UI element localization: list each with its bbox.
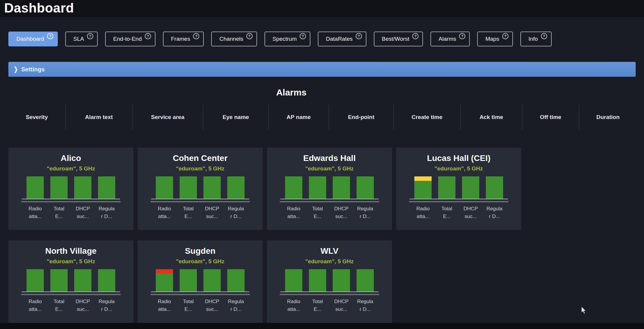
help-icon[interactable]: ?	[300, 33, 306, 39]
kpi-bar-radio[interactable]	[285, 176, 302, 199]
service-area-card-lucas-hall-cei[interactable]: Lucas Hall (CEI)"eduroam", 5 GHzRadioatt…	[396, 148, 521, 230]
help-icon[interactable]: ?	[246, 33, 253, 39]
kpi-bar-radio[interactable]	[156, 269, 173, 292]
kpi-bar-label: Radioatta...	[285, 298, 302, 313]
service-area-card-north-village[interactable]: North Village"eduroam", 5 GHzRadioatta..…	[8, 240, 133, 323]
kpi-label-line1: DHCP	[76, 298, 90, 306]
kpi-bar-regula[interactable]	[486, 176, 503, 199]
kpi-bar-total[interactable]	[50, 269, 68, 292]
settings-expander[interactable]: ❯ Settings	[8, 62, 636, 77]
kpi-bar-total[interactable]	[438, 176, 455, 199]
kpi-bar-label: TotalE...	[180, 205, 197, 220]
service-area-card-wlv[interactable]: WLV"eduroam", 5 GHzRadioatta...TotalE...…	[267, 240, 392, 323]
bar-ok-segment	[414, 181, 432, 199]
tab-maps[interactable]: Maps?	[477, 32, 513, 46]
tab-label: Channels	[219, 36, 243, 42]
kpi-label-line1: DHCP	[463, 205, 478, 213]
kpi-bar-labels: Radioatta...TotalE...DHCPsuc...Regular D…	[8, 205, 133, 220]
help-icon[interactable]: ?	[412, 33, 419, 39]
kpi-bar-label: TotalE...	[50, 205, 68, 220]
kpi-bar-radio[interactable]	[156, 176, 173, 199]
bar-alert-segment	[414, 176, 432, 181]
kpi-label-line1: Radio	[287, 205, 300, 213]
service-area-card-cohen-center[interactable]: Cohen Center"eduroam", 5 GHzRadioatta...…	[138, 148, 263, 230]
help-icon[interactable]: ?	[145, 33, 151, 39]
kpi-bar-dhcp[interactable]	[333, 269, 350, 292]
kpi-bar-radio[interactable]	[285, 269, 302, 292]
kpi-label-line2: suc...	[335, 213, 348, 220]
tab-spectrum[interactable]: Spectrum?	[265, 32, 310, 46]
kpi-bar-regula[interactable]	[98, 176, 115, 199]
kpi-bar-regula[interactable]	[227, 269, 245, 292]
kpi-bar-total[interactable]	[180, 269, 197, 292]
kpi-bar-total[interactable]	[309, 269, 326, 292]
help-icon[interactable]: ?	[356, 33, 362, 39]
chart-axis-line	[280, 292, 379, 292]
kpi-bar-dhcp[interactable]	[203, 269, 221, 292]
kpi-label-line1: Total	[441, 205, 452, 213]
kpi-bar-regula[interactable]	[357, 176, 374, 199]
kpi-label-line1: Radio	[158, 205, 171, 213]
help-icon[interactable]: ?	[87, 33, 93, 39]
kpi-label-line2: E...	[184, 306, 192, 313]
tab-info[interactable]: Info?	[520, 32, 552, 46]
service-area-card-edwards-hall[interactable]: Edwards Hall"eduroam", 5 GHzRadioatta...…	[267, 148, 392, 230]
kpi-label-line2: E...	[184, 213, 192, 220]
kpi-bar-label: Radioatta...	[156, 298, 173, 313]
tab-frames[interactable]: Frames?	[163, 32, 204, 46]
kpi-bar-label: TotalE...	[50, 298, 68, 313]
bar-ok-segment	[227, 176, 245, 199]
kpi-bar-dhcp[interactable]	[74, 176, 91, 199]
tab-alarms[interactable]: Alarms?	[430, 32, 470, 46]
tab-channels[interactable]: Channels?	[211, 32, 257, 46]
card-subtitle: "eduroam", 5 GHz	[267, 258, 392, 265]
help-icon[interactable]: ?	[47, 33, 53, 39]
help-icon[interactable]: ?	[541, 33, 547, 39]
kpi-bar-total[interactable]	[50, 176, 68, 199]
kpi-bar-label: Regular D...	[486, 205, 503, 220]
kpi-bar-label: DHCPsuc...	[74, 298, 91, 313]
kpi-bar-total[interactable]	[180, 176, 197, 199]
tab-datarates[interactable]: DataRates?	[318, 32, 366, 46]
alarms-table-header: SeverityAlarm textService areaEye nameAP…	[8, 105, 637, 130]
kpi-bar-regula[interactable]	[357, 269, 374, 292]
kpi-bar-regula[interactable]	[227, 176, 245, 199]
kpi-bar-dhcp[interactable]	[462, 176, 479, 199]
help-icon[interactable]: ?	[459, 33, 465, 39]
bar-ok-segment	[357, 269, 374, 292]
card-title: Alico	[8, 153, 133, 163]
kpi-bar-regula[interactable]	[98, 269, 115, 292]
tab-sla[interactable]: SLA?	[65, 32, 98, 46]
kpi-bar-dhcp[interactable]	[203, 176, 221, 199]
card-title: North Village	[8, 246, 133, 256]
tab-best-worst[interactable]: Best/Worst?	[374, 32, 423, 46]
help-icon[interactable]: ?	[193, 33, 199, 39]
kpi-label-line2: atta...	[417, 213, 430, 220]
bar-ok-segment	[180, 269, 197, 292]
kpi-label-line2: r D...	[360, 306, 371, 313]
tab-end-to-end[interactable]: End-to-End?	[105, 32, 155, 46]
kpi-bar-dhcp[interactable]	[74, 269, 91, 292]
kpi-bar-radio[interactable]	[414, 176, 432, 199]
kpi-bar-label: TotalE...	[438, 205, 455, 220]
kpi-label-line1: Radio	[287, 298, 300, 306]
service-area-card-alico[interactable]: Alico"eduroam", 5 GHzRadioatta...TotalE.…	[8, 148, 133, 230]
help-icon[interactable]: ?	[502, 33, 508, 39]
kpi-bar-labels: Radioatta...TotalE...DHCPsuc...Regular D…	[267, 298, 392, 313]
card-subtitle: "eduroam", 5 GHz	[8, 165, 133, 172]
service-area-card-sugden[interactable]: Sugden"eduroam", 5 GHzRadioatta...TotalE…	[138, 240, 263, 323]
kpi-bar-labels: Radioatta...TotalE...DHCPsuc...Regular D…	[8, 298, 133, 313]
chart-baseline	[150, 294, 250, 295]
kpi-bar-label: Regular D...	[98, 298, 115, 313]
kpi-bar-radio[interactable]	[27, 176, 44, 199]
kpi-bar-label: DHCPsuc...	[333, 205, 350, 220]
kpi-label-line1: Total	[183, 298, 194, 306]
tab-dashboard[interactable]: Dashboard?	[8, 32, 58, 46]
kpi-bar-label: DHCPsuc...	[462, 205, 479, 220]
kpi-bar-total[interactable]	[309, 176, 326, 199]
kpi-label-line2: atta...	[29, 213, 42, 220]
bar-ok-segment	[156, 176, 173, 199]
kpi-bar-dhcp[interactable]	[333, 176, 350, 199]
kpi-bar-radio[interactable]	[27, 269, 44, 292]
kpi-label-line2: suc...	[206, 306, 218, 313]
